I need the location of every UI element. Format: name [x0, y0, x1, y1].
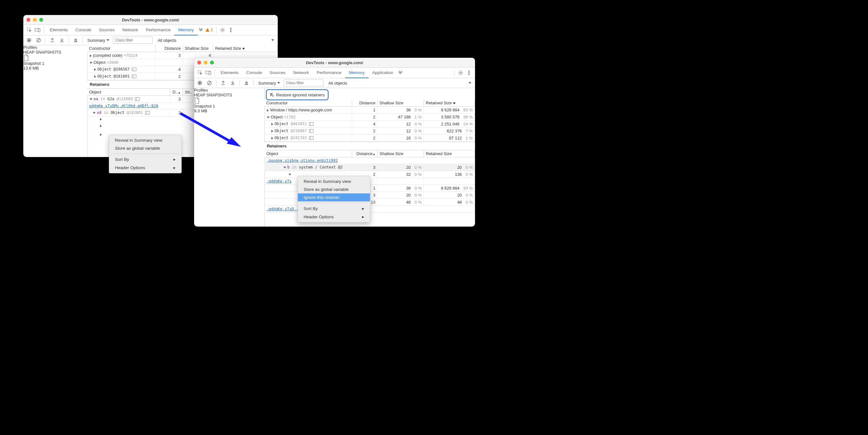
col-shallow[interactable]: Shallow Size: [378, 100, 424, 106]
menu-header-options[interactable]: Header Options▸: [109, 163, 181, 172]
restore-ignored-button[interactable]: Restore ignored retainers: [266, 89, 329, 100]
col-object[interactable]: Object: [264, 150, 352, 157]
file-icon: [23, 55, 29, 61]
svg-rect-30: [309, 123, 313, 126]
tab-performance[interactable]: Performance: [313, 68, 345, 78]
view-dropdown[interactable]: Summary: [256, 81, 282, 86]
tabs-overflow-icon[interactable]: [197, 26, 204, 34]
svg-point-4: [230, 28, 231, 29]
clear-icon[interactable]: [206, 79, 213, 87]
tab-console[interactable]: Console: [71, 25, 95, 35]
class-filter-input[interactable]: [113, 37, 153, 44]
tab-memory[interactable]: Memory: [345, 68, 368, 78]
tab-network[interactable]: Network: [289, 68, 313, 78]
tab-elements[interactable]: Elements: [217, 68, 242, 78]
tab-performance[interactable]: Performance: [142, 25, 174, 35]
view-value: Summary: [88, 38, 105, 43]
table-row[interactable]: xd in Object @181801: [87, 110, 170, 117]
menu-reveal[interactable]: Reveal in Summary view: [298, 178, 370, 185]
table-row[interactable]: oa in GJa @115089: [87, 96, 170, 103]
col-retained[interactable]: Retained Size: [424, 100, 475, 106]
heap-snapshots-header: HEAP SNAPSHOTS: [23, 50, 87, 55]
svg-rect-35: [309, 136, 311, 140]
menu-store[interactable]: Store as global variable: [298, 185, 370, 193]
table-row[interactable]: Object @461651: [264, 121, 352, 128]
tab-network[interactable]: Network: [118, 25, 142, 35]
download-icon[interactable]: [58, 36, 66, 44]
table-row[interactable]: Object @241763: [264, 135, 352, 142]
table-row[interactable]: b in system / Context @2: [264, 164, 352, 171]
maximize-button[interactable]: [210, 61, 214, 64]
kebab-icon[interactable]: [465, 69, 473, 77]
table-row[interactable]: Object ×1782: [264, 114, 352, 121]
download-icon[interactable]: [229, 79, 237, 87]
svg-point-22: [460, 72, 462, 74]
table-row[interactable]: Object @296567: [87, 66, 156, 73]
warning-badge[interactable]: 2: [204, 28, 214, 32]
scope-dropdown[interactable]: All objects: [156, 38, 179, 43]
close-button[interactable]: [197, 61, 201, 64]
table-row[interactable]: Object ×2899: [87, 59, 156, 66]
constructors-table[interactable]: Constructor Distance Shallow Size Retain…: [264, 100, 475, 142]
table-row[interactable]: Object @181801: [87, 73, 156, 80]
col-distance-abbr[interactable]: D..▲: [170, 89, 183, 96]
device-icon[interactable]: [33, 26, 42, 34]
col-retained[interactable]: Retained Size: [213, 45, 278, 52]
clear-icon[interactable]: [35, 36, 42, 44]
col-constructor[interactable]: Constructor: [87, 45, 156, 52]
minimize-button[interactable]: [33, 18, 37, 22]
inspect-icon[interactable]: [196, 69, 204, 77]
settings-icon[interactable]: [457, 69, 465, 77]
view-dropdown[interactable]: Summary: [86, 38, 111, 43]
menu-ignore-retainer[interactable]: Ignore this retainer: [298, 193, 370, 201]
snapshot-size: 13.6 MB: [23, 66, 87, 70]
settings-icon[interactable]: [218, 26, 227, 34]
col-retained[interactable]: Retained Size: [424, 150, 475, 157]
table-row[interactable]: ,quugne,sisbne,utionu,enbiti992: [264, 157, 475, 164]
snapshot-name: Snapshot 1: [194, 104, 264, 108]
tab-sources[interactable]: Sources: [266, 68, 289, 78]
tab-sources[interactable]: Sources: [95, 25, 119, 35]
record-icon[interactable]: [196, 79, 204, 87]
menu-store[interactable]: Store as global variable: [109, 144, 181, 152]
menu-sort[interactable]: Sort By▸: [298, 204, 370, 213]
chevron-down-icon[interactable]: [271, 39, 274, 41]
device-icon[interactable]: [204, 69, 213, 77]
col-shallow[interactable]: Shallow Size: [378, 150, 424, 157]
context-menu: Reveal in Summary view Store as global v…: [109, 135, 182, 173]
table-row[interactable]: Object @216867: [264, 128, 352, 135]
table-row[interactable]: Window / https://www.google.com: [264, 106, 352, 114]
snapshot-item[interactable]: Snapshot 1 13.6 MB: [23, 55, 87, 70]
close-button[interactable]: [27, 18, 30, 22]
col-object[interactable]: Object: [87, 89, 170, 96]
table-row[interactable]: (compiled code) ×75214: [87, 52, 156, 59]
tab-memory[interactable]: Memory: [174, 25, 197, 35]
upload-icon[interactable]: [49, 36, 56, 44]
col-shallow[interactable]: Shallow Size: [183, 45, 213, 52]
kebab-icon[interactable]: [227, 26, 235, 34]
inspect-icon[interactable]: [25, 26, 33, 34]
menu-header-options[interactable]: Header Options▸: [298, 213, 370, 221]
gc-icon[interactable]: [72, 36, 80, 44]
class-filter-input[interactable]: [284, 80, 323, 87]
record-icon[interactable]: [25, 36, 33, 44]
col-constructor[interactable]: Constructor: [264, 100, 352, 106]
menu-reveal[interactable]: Reveal in Summary view: [109, 136, 181, 144]
col-distance[interactable]: Distance: [156, 45, 183, 52]
menu-sort[interactable]: Sort By▸: [109, 155, 181, 163]
svg-point-24: [469, 72, 470, 73]
scope-dropdown[interactable]: All objects: [327, 81, 349, 86]
col-distance[interactable]: Distance: [352, 100, 378, 106]
tabs-overflow-icon[interactable]: [397, 69, 404, 77]
upload-icon[interactable]: [219, 79, 227, 87]
chevron-down-icon[interactable]: [469, 82, 471, 84]
tab-console[interactable]: Console: [242, 68, 266, 78]
col-distance[interactable]: Distance▲: [352, 150, 378, 157]
profiles-header: Profiles: [23, 45, 87, 50]
gc-icon[interactable]: [243, 79, 250, 87]
tab-elements[interactable]: Elements: [46, 25, 71, 35]
tab-application[interactable]: Application: [368, 68, 397, 78]
minimize-button[interactable]: [204, 61, 208, 64]
maximize-button[interactable]: [39, 18, 43, 22]
svg-rect-21: [209, 72, 211, 75]
